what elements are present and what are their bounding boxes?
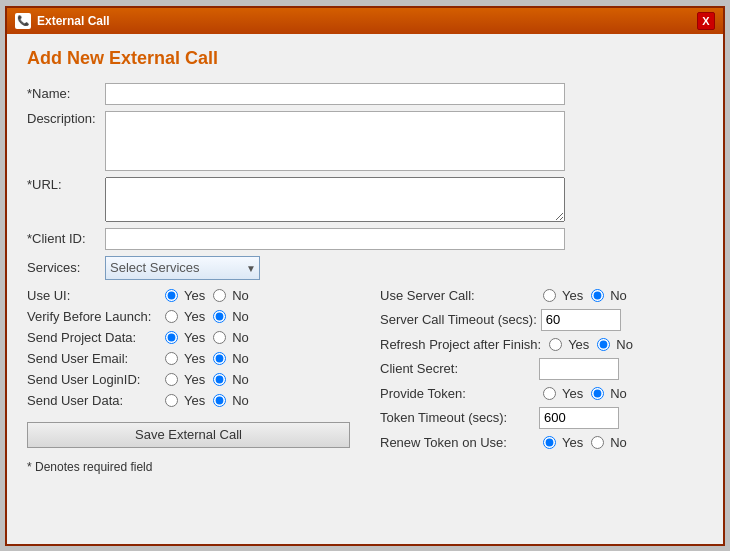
right-column: Use Server Call: Yes No Server Call Time… (380, 288, 703, 474)
send-loginid-yes-radio[interactable] (165, 373, 178, 386)
renew-token-row: Renew Token on Use: Yes No (380, 435, 703, 450)
send-loginid-no-radio[interactable] (213, 373, 226, 386)
client-secret-input[interactable] (539, 358, 619, 380)
send-loginid-label: Send User LoginID: (27, 372, 157, 387)
verify-yes-radio[interactable] (165, 310, 178, 323)
send-email-row: Send User Email: Yes No (27, 351, 350, 366)
required-note: * Denotes required field (27, 460, 350, 474)
use-server-label: Use Server Call: (380, 288, 535, 303)
provide-token-no-label: No (610, 386, 627, 401)
title-bar: 📞 External Call X (7, 8, 723, 34)
send-email-label: Send User Email: (27, 351, 157, 366)
use-server-row: Use Server Call: Yes No (380, 288, 703, 303)
window-icon: 📞 (15, 13, 31, 29)
use-ui-yes-label: Yes (184, 288, 205, 303)
send-project-yes-label: Yes (184, 330, 205, 345)
client-id-label: *Client ID: (27, 231, 97, 246)
client-secret-label: Client Secret: (380, 361, 535, 376)
send-email-yes-label: Yes (184, 351, 205, 366)
client-id-input[interactable] (105, 228, 565, 250)
send-userdata-yes-label: Yes (184, 393, 205, 408)
use-ui-no-label: No (232, 288, 249, 303)
url-label: *URL: (27, 177, 97, 192)
description-row: Description: (27, 111, 703, 171)
refresh-yes-label: Yes (568, 337, 589, 352)
two-columns: Use UI: Yes No Verify Before Launch: Yes… (27, 288, 703, 474)
url-input[interactable] (105, 177, 565, 222)
name-row: *Name: (27, 83, 703, 105)
send-project-row: Send Project Data: Yes No (27, 330, 350, 345)
form-section: *Name: Description: *URL: *Client ID: Se… (27, 83, 703, 280)
send-loginid-yes-label: Yes (184, 372, 205, 387)
provide-token-no-radio[interactable] (591, 387, 604, 400)
refresh-yes-radio[interactable] (549, 338, 562, 351)
description-input[interactable] (105, 111, 565, 171)
server-timeout-label: Server Call Timeout (secs): (380, 312, 537, 327)
renew-token-label: Renew Token on Use: (380, 435, 535, 450)
name-input[interactable] (105, 83, 565, 105)
close-button[interactable]: X (697, 12, 715, 30)
url-row: *URL: (27, 177, 703, 222)
use-ui-yes-radio[interactable] (165, 289, 178, 302)
provide-token-yes-radio[interactable] (543, 387, 556, 400)
content-area: Add New External Call *Name: Description… (7, 34, 723, 544)
send-project-label: Send Project Data: (27, 330, 157, 345)
verify-no-radio[interactable] (213, 310, 226, 323)
provide-token-label: Provide Token: (380, 386, 535, 401)
refresh-no-label: No (616, 337, 633, 352)
use-ui-no-radio[interactable] (213, 289, 226, 302)
server-timeout-row: Server Call Timeout (secs): (380, 309, 703, 331)
send-project-yes-radio[interactable] (165, 331, 178, 344)
client-id-row: *Client ID: (27, 228, 703, 250)
send-loginid-no-label: No (232, 372, 249, 387)
refresh-label: Refresh Project after Finish: (380, 337, 541, 352)
send-userdata-no-label: No (232, 393, 249, 408)
send-userdata-label: Send User Data: (27, 393, 157, 408)
renew-token-yes-label: Yes (562, 435, 583, 450)
services-label: Services: (27, 260, 97, 275)
description-label: Description: (27, 111, 97, 126)
services-select[interactable]: Select Services (105, 256, 260, 280)
send-email-yes-radio[interactable] (165, 352, 178, 365)
server-timeout-input[interactable] (541, 309, 621, 331)
use-ui-row: Use UI: Yes No (27, 288, 350, 303)
title-bar-left: 📞 External Call (15, 13, 110, 29)
services-row: Services: Select Services ▼ (27, 256, 703, 280)
use-server-yes-label: Yes (562, 288, 583, 303)
renew-token-no-radio[interactable] (591, 436, 604, 449)
renew-token-yes-radio[interactable] (543, 436, 556, 449)
page-title: Add New External Call (27, 48, 703, 69)
save-button[interactable]: Save External Call (27, 422, 350, 448)
name-label: *Name: (27, 86, 97, 101)
send-email-no-label: No (232, 351, 249, 366)
window-title: External Call (37, 14, 110, 28)
left-column: Use UI: Yes No Verify Before Launch: Yes… (27, 288, 350, 474)
client-secret-row: Client Secret: (380, 358, 703, 380)
use-ui-label: Use UI: (27, 288, 157, 303)
token-timeout-row: Token Timeout (secs): (380, 407, 703, 429)
verify-row: Verify Before Launch: Yes No (27, 309, 350, 324)
verify-yes-label: Yes (184, 309, 205, 324)
external-call-window: 📞 External Call X Add New External Call … (5, 6, 725, 546)
send-project-no-label: No (232, 330, 249, 345)
send-email-no-radio[interactable] (213, 352, 226, 365)
send-userdata-yes-radio[interactable] (165, 394, 178, 407)
verify-no-label: No (232, 309, 249, 324)
refresh-row: Refresh Project after Finish: Yes No (380, 337, 703, 352)
verify-label: Verify Before Launch: (27, 309, 157, 324)
refresh-no-radio[interactable] (597, 338, 610, 351)
use-server-no-label: No (610, 288, 627, 303)
token-timeout-input[interactable] (539, 407, 619, 429)
use-server-yes-radio[interactable] (543, 289, 556, 302)
use-server-no-radio[interactable] (591, 289, 604, 302)
send-loginid-row: Send User LoginID: Yes No (27, 372, 350, 387)
send-userdata-row: Send User Data: Yes No (27, 393, 350, 408)
services-select-wrapper: Select Services ▼ (105, 256, 260, 280)
provide-token-row: Provide Token: Yes No (380, 386, 703, 401)
send-userdata-no-radio[interactable] (213, 394, 226, 407)
provide-token-yes-label: Yes (562, 386, 583, 401)
send-project-no-radio[interactable] (213, 331, 226, 344)
token-timeout-label: Token Timeout (secs): (380, 410, 535, 425)
renew-token-no-label: No (610, 435, 627, 450)
